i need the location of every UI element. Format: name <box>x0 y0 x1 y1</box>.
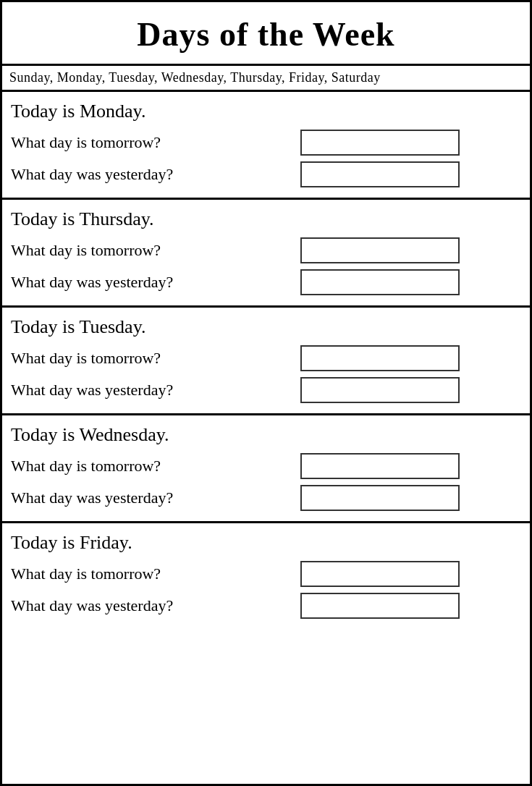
answer-box-yesterday-1[interactable] <box>300 269 460 295</box>
question-row-tomorrow-3: What day is tomorrow? <box>9 453 523 479</box>
question-yesterday-2: What day was yesterday? <box>11 381 300 400</box>
today-thursday: Today is Thursday. <box>9 208 523 230</box>
block-monday: Today is Monday. What day is tomorrow? W… <box>2 92 530 200</box>
answer-box-yesterday-0[interactable] <box>300 161 460 187</box>
question-row-yesterday-0: What day was yesterday? <box>9 161 523 187</box>
title-section: Days of the Week <box>2 2 530 66</box>
question-row-yesterday-1: What day was yesterday? <box>9 269 523 295</box>
question-yesterday-4: What day was yesterday? <box>11 596 300 615</box>
question-row-yesterday-4: What day was yesterday? <box>9 593 523 619</box>
answer-box-tomorrow-4[interactable] <box>300 561 460 587</box>
today-friday: Today is Friday. <box>9 532 523 554</box>
question-tomorrow-1: What day is tomorrow? <box>11 241 300 260</box>
days-list-section: Sunday, Monday, Tuesday, Wednesday, Thur… <box>2 66 530 92</box>
question-tomorrow-3: What day is tomorrow? <box>11 457 300 476</box>
question-yesterday-1: What day was yesterday? <box>11 273 300 292</box>
today-monday: Today is Monday. <box>9 101 523 122</box>
question-row-tomorrow-1: What day is tomorrow? <box>9 237 523 263</box>
question-row-tomorrow-2: What day is tomorrow? <box>9 345 523 371</box>
block-wednesday: Today is Wednesday. What day is tomorrow… <box>2 415 530 523</box>
answer-box-yesterday-2[interactable] <box>300 377 460 403</box>
answer-box-tomorrow-0[interactable] <box>300 130 460 156</box>
block-thursday: Today is Thursday. What day is tomorrow?… <box>2 200 530 308</box>
block-friday: Today is Friday. What day is tomorrow? W… <box>2 523 530 629</box>
question-yesterday-0: What day was yesterday? <box>11 165 300 184</box>
today-tuesday: Today is Tuesday. <box>9 316 523 338</box>
question-row-yesterday-3: What day was yesterday? <box>9 485 523 511</box>
question-yesterday-3: What day was yesterday? <box>11 489 300 507</box>
answer-box-tomorrow-2[interactable] <box>300 345 460 371</box>
question-row-tomorrow-4: What day is tomorrow? <box>9 561 523 587</box>
question-tomorrow-4: What day is tomorrow? <box>11 565 300 583</box>
page-title: Days of the Week <box>137 16 394 53</box>
question-tomorrow-2: What day is tomorrow? <box>11 349 300 368</box>
question-tomorrow-0: What day is tomorrow? <box>11 133 300 152</box>
question-row-tomorrow-0: What day is tomorrow? <box>9 130 523 156</box>
block-tuesday: Today is Tuesday. What day is tomorrow? … <box>2 308 530 415</box>
today-wednesday: Today is Wednesday. <box>9 424 523 446</box>
days-list: Sunday, Monday, Tuesday, Wednesday, Thur… <box>9 70 381 85</box>
page: Days of the Week Sunday, Monday, Tuesday… <box>0 0 532 786</box>
answer-box-tomorrow-3[interactable] <box>300 453 460 479</box>
answer-box-tomorrow-1[interactable] <box>300 237 460 263</box>
question-row-yesterday-2: What day was yesterday? <box>9 377 523 403</box>
answer-box-yesterday-3[interactable] <box>300 485 460 511</box>
answer-box-yesterday-4[interactable] <box>300 593 460 619</box>
